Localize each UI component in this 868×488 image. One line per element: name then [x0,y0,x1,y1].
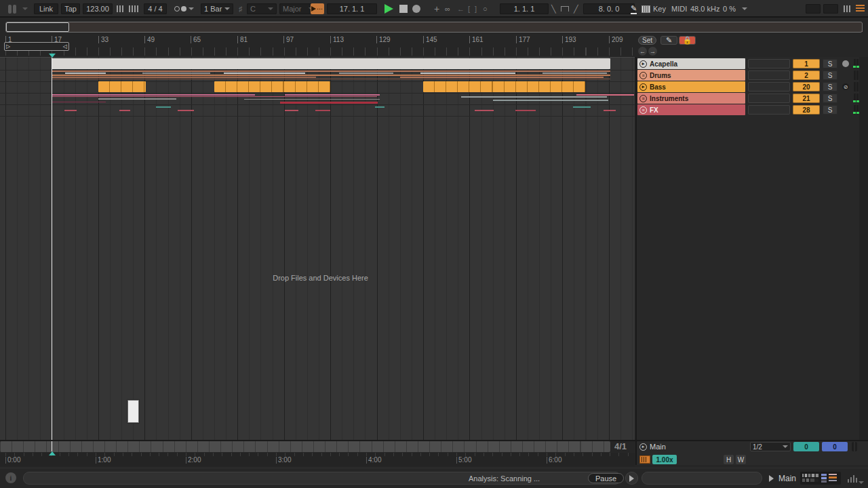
track-io-box[interactable] [748,94,790,103]
meter-signal-dots [853,100,859,102]
ableton-live-window: Link Tap 123.00 4 / 4 1 Bar ♯ C Major ⋯ … [0,0,868,488]
follow-button[interactable]: ⋯ [311,3,324,14]
link-button[interactable]: Link [34,3,58,14]
midi-overdub-icon[interactable]: + [434,3,439,14]
main-track-header[interactable]: ▸ Main 1/2 0 0 1.00x H W [635,441,868,465]
track-name[interactable]: Bass [650,83,666,91]
lock-envelopes-button[interactable]: 🔒 [679,36,696,45]
play-button[interactable] [384,3,393,14]
arrangement-grid[interactable] [0,57,635,441]
track-header-instruments[interactable]: ≡Instruments 21 S [637,93,861,104]
track-routing-number[interactable]: 2 [793,70,820,80]
vertical-scrollbar[interactable] [859,57,868,441]
track-routing-number[interactable]: 1 [793,59,820,68]
solo-button[interactable]: S [823,105,837,115]
pause-analysis-button[interactable]: Pause [588,473,624,483]
overview-view-rectangle[interactable] [6,22,69,32]
unfold-track-icon[interactable]: ▸ [639,60,647,68]
loop-switch-icon[interactable]: ○ [483,3,488,14]
midi-map-button[interactable]: MIDI [671,3,687,14]
fade-in-icon[interactable]: ╱ [574,3,578,14]
main-meter [852,442,857,451]
tempo-follow-icon[interactable] [639,455,650,464]
tempo-field[interactable]: 123.00 [83,3,113,14]
unfold-track-icon[interactable]: ▸ [639,83,647,91]
horizontal-scrollbar[interactable] [0,441,610,452]
time-ruler-label: 5:00 [456,457,471,464]
group-track-icon[interactable]: ≡ [639,106,647,114]
solo-button[interactable]: S [823,82,837,92]
solo-button[interactable]: S [823,70,837,80]
punch-in-out-icon[interactable]: [ ] [468,3,478,14]
nudge-up-icon[interactable] [129,3,140,14]
scale-root-menu[interactable]: C [247,3,277,14]
draw-mode-icon[interactable]: ✎ [631,3,637,14]
main-track-name[interactable]: Main [650,443,666,451]
back-to-arrangement-icon[interactable]: ← [457,3,465,14]
unfold-main-icon[interactable]: ▸ [639,443,647,451]
optimize-width-button[interactable]: W [736,455,746,464]
nudge-down-icon[interactable] [117,3,125,14]
loop-length-field[interactable]: 8. 0. 0 [583,3,635,14]
midi-keyboard-indicator[interactable] [800,472,841,485]
bar-ruler-label: 209 [609,36,623,43]
set-button[interactable]: Set [638,36,656,45]
loop-start-field[interactable]: 1. 1. 1 [500,3,549,14]
time-signature-field[interactable]: 4 / 4 [144,3,167,14]
key-map-button[interactable]: Key [653,3,666,14]
metronome-button[interactable] [171,3,197,14]
main-volume-box[interactable]: 0 [822,442,848,451]
playhead-marker-icon[interactable] [49,54,56,58]
tap-tempo-button[interactable]: Tap [61,3,80,14]
info-icon[interactable]: i [5,472,16,483]
track-io-box[interactable] [748,70,790,80]
stop-button[interactable] [399,3,408,14]
cpu-menu-caret-icon[interactable] [742,3,747,14]
scrub-area[interactable] [5,47,635,56]
quantize-menu[interactable]: 1 Bar [201,3,233,14]
bar-ruler-label: 33 [98,36,108,43]
track-name[interactable]: FX [650,106,658,114]
back-arrow-button[interactable]: ← [638,47,647,56]
group-track-icon[interactable]: ≡ [639,72,647,79]
status-caret-icon[interactable] [859,477,864,485]
track-header-drums[interactable]: ≡Drums 2 S [637,70,861,81]
track-header-bass[interactable]: ▸Bass 20 S ⊘ [637,81,861,92]
track-io-box[interactable] [748,105,790,115]
loop-brace[interactable]: ▷◁ [4,42,69,51]
track-routing-number[interactable]: 28 [793,105,820,115]
cue-out-chooser[interactable]: 1/2 [750,442,791,451]
playhead-marker-bottom-icon[interactable] [49,451,56,455]
hamburger-menu-icon[interactable] [856,3,865,14]
track-header-acapella[interactable]: ▸Acapella 1 S [637,58,861,69]
automation-arm-icon[interactable]: ∞ [445,3,450,14]
arrangement-overview[interactable] [5,22,863,33]
track-header-fx[interactable]: ≡FX 28 S [637,104,861,115]
solo-button[interactable]: S [823,59,837,68]
arm-button[interactable] [842,60,849,67]
loop-region-icon[interactable] [561,3,569,14]
track-name[interactable]: Drums [650,72,671,79]
solo-button[interactable]: S [823,94,837,103]
track-routing-number[interactable]: 21 [793,94,820,103]
record-button[interactable] [412,3,420,14]
forward-arrow-button[interactable]: → [648,47,657,56]
cue-volume-box[interactable]: 0 [793,442,819,451]
track-io-box[interactable] [748,82,790,92]
app-menu-caret-icon[interactable] [22,3,28,14]
optimize-height-button[interactable]: H [724,455,734,464]
playback-speed-box[interactable]: 1.00x [652,455,677,464]
preview-play-button[interactable] [625,472,638,485]
track-routing-number[interactable]: 20 [793,82,820,92]
pencil-button[interactable]: ✎ [660,36,677,45]
track-name[interactable]: Acapella [650,60,677,68]
track-io-box[interactable] [748,59,790,68]
track-name[interactable]: Instruments [650,95,688,102]
arrangement-position-field[interactable]: 17. 1. 1 [327,3,377,14]
meter-signal-dots [853,66,859,68]
app-menu-icon[interactable] [5,3,19,14]
computer-midi-keyboard-icon[interactable] [642,3,650,14]
group-track-icon[interactable]: ≡ [639,95,647,102]
arm-button[interactable]: ⊘ [842,83,849,90]
fade-out-icon[interactable]: ╲ [551,3,556,14]
